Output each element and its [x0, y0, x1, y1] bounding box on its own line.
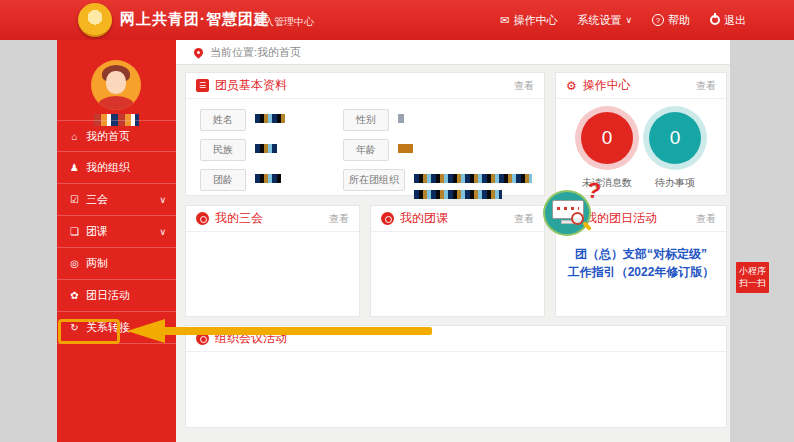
- field-label-ethnicity: 民族: [200, 139, 246, 161]
- field-label-gender: 性别: [343, 109, 389, 131]
- menu-system-settings-label: 系统设置: [577, 13, 621, 28]
- breadcrumb-text: 当前位置:我的首页: [210, 45, 301, 60]
- my-league-class-card: 我的团课 查看: [370, 205, 545, 317]
- chevron-down-icon: ∨: [159, 195, 166, 205]
- view-league-day-link[interactable]: 查看: [696, 212, 716, 226]
- sidebar-item-my-home[interactable]: ⌂ 我的首页: [57, 120, 176, 152]
- sidebar-item-label: 三会: [86, 192, 108, 207]
- member-info-card: ☰ 团员基本资料 查看 姓名 民族 团龄: [185, 72, 545, 196]
- field-label-name: 姓名: [200, 109, 246, 131]
- grading-guide-document-link[interactable]: 团（总）支部“对标定级” 工作指引（2022年修订版）: [556, 245, 726, 281]
- member-fields: 姓名 民族 团龄 性别: [186, 99, 544, 199]
- target-icon: ◎: [68, 258, 81, 269]
- field-value-gender-redacted: [398, 114, 404, 123]
- card-title: 我的团课: [400, 210, 448, 227]
- field-value-organization-redacted: [414, 169, 532, 199]
- my-meetings-card: 我的三会 查看: [185, 205, 360, 317]
- sidebar: ⌂ 我的首页 ♟ 我的组织 ☑ 三会 ∨ ❏ 团课 ∨ ◎ 两制 ✿: [57, 40, 176, 442]
- users-icon: ♟: [68, 162, 81, 173]
- chevron-down-icon: ∨: [625, 15, 632, 25]
- menu-system-settings[interactable]: 系统设置 ∨: [577, 13, 632, 28]
- flower-icon: ✿: [68, 290, 81, 301]
- sidebar-item-league-class[interactable]: ❏ 团课 ∨: [57, 216, 176, 248]
- sidebar-item-three-meetings[interactable]: ☑ 三会 ∨: [57, 184, 176, 216]
- sidebar-item-label: 团日活动: [86, 288, 130, 303]
- sidebar-item-league-day-activity[interactable]: ✿ 团日活动: [57, 280, 176, 312]
- sidebar-item-label: 我的组织: [86, 160, 130, 175]
- mini-program-scan-badge[interactable]: 小程序 扫一扫: [736, 262, 769, 293]
- sidebar-item-label: 我的首页: [86, 129, 130, 144]
- unread-messages-count: 0: [581, 112, 633, 164]
- help-icon: ?: [652, 14, 664, 26]
- todo-items-label: 待办事项: [655, 176, 695, 190]
- question-mark: ?: [585, 177, 603, 205]
- home-icon: ⌂: [68, 131, 81, 142]
- sidebar-item-label: 团课: [86, 224, 108, 239]
- field-value-name-redacted: [255, 114, 285, 123]
- top-header: 网上共青团·智慧团建 进入管理中心 ✉ 操作中心 系统设置 ∨ ? 帮助 退出: [0, 0, 794, 40]
- right-gutter: [730, 40, 794, 442]
- sidebar-item-my-organization[interactable]: ♟ 我的组织: [57, 152, 176, 184]
- card-title: 我的三会: [215, 210, 263, 227]
- sidebar-item-two-systems[interactable]: ◎ 两制: [57, 248, 176, 280]
- app-title: 网上共青团·智慧团建: [120, 10, 270, 29]
- header-menu: ✉ 操作中心 系统设置 ∨ ? 帮助 退出: [500, 0, 746, 40]
- menu-help-label: 帮助: [668, 13, 690, 28]
- view-meetings-link[interactable]: 查看: [329, 212, 349, 226]
- id-card-icon: ☰: [196, 79, 209, 92]
- menu-operation-center[interactable]: ✉ 操作中心: [500, 13, 557, 28]
- left-gutter: [0, 40, 57, 442]
- menu-logout-label: 退出: [724, 13, 746, 28]
- checkbox-icon: ☑: [68, 194, 81, 205]
- view-operation-center-link[interactable]: 查看: [696, 79, 716, 93]
- card-title: 团员基本资料: [215, 77, 287, 94]
- sidebar-nav: ⌂ 我的首页 ♟ 我的组织 ☑ 三会 ∨ ❏ 团课 ∨ ◎ 两制 ✿: [57, 120, 176, 344]
- field-value-age-redacted: [398, 144, 413, 153]
- enter-admin-link[interactable]: 进入管理中心: [254, 15, 314, 29]
- view-league-class-link[interactable]: 查看: [514, 212, 534, 226]
- breadcrumb: 当前位置:我的首页: [176, 40, 730, 65]
- highlight-box-annotation: [58, 319, 120, 344]
- chevron-down-icon: ∨: [159, 227, 166, 237]
- field-value-ethnicity-redacted: [255, 144, 277, 153]
- power-icon: [710, 15, 720, 25]
- main-content: 当前位置:我的首页 ☰ 团员基本资料 查看 姓名 民族: [176, 40, 730, 442]
- field-label-age: 年龄: [343, 139, 389, 161]
- menu-operation-center-label: 操作中心: [513, 13, 557, 28]
- view-member-info-link[interactable]: 查看: [514, 79, 534, 93]
- arrow-annotation-body: [163, 327, 432, 335]
- app-window: 网上共青团·智慧团建 进入管理中心 ✉ 操作中心 系统设置 ∨ ? 帮助 退出: [0, 0, 794, 442]
- field-label-league-age: 团龄: [200, 169, 246, 191]
- league-class-icon: [381, 212, 394, 225]
- league-emblem-logo: [78, 3, 112, 37]
- field-value-league-age-redacted: [255, 174, 281, 183]
- folder-icon: ❏: [68, 226, 81, 237]
- arrow-annotation-head: [127, 319, 165, 343]
- menu-logout[interactable]: 退出: [710, 13, 746, 28]
- gear-icon: ⚙: [566, 80, 577, 92]
- operation-center-card: ⚙ 操作中心 查看 0 未读消息数 0 待办事项: [555, 72, 727, 196]
- avatar: [91, 60, 141, 110]
- meetings-icon: [196, 212, 209, 225]
- sidebar-item-label: 两制: [86, 256, 108, 271]
- field-label-organization: 所在团组织: [343, 169, 405, 191]
- todo-items-count: 0: [649, 112, 701, 164]
- envelope-icon: ✉: [500, 15, 509, 26]
- help-tip-illustration: ?: [543, 188, 603, 240]
- operation-stats: 0 未读消息数 0 待办事项: [556, 99, 726, 190]
- location-pin-icon: [192, 46, 205, 59]
- org-meeting-activities-card: 组织会议活动: [185, 325, 727, 428]
- menu-help[interactable]: ? 帮助: [652, 13, 690, 28]
- card-title: 操作中心: [583, 77, 631, 94]
